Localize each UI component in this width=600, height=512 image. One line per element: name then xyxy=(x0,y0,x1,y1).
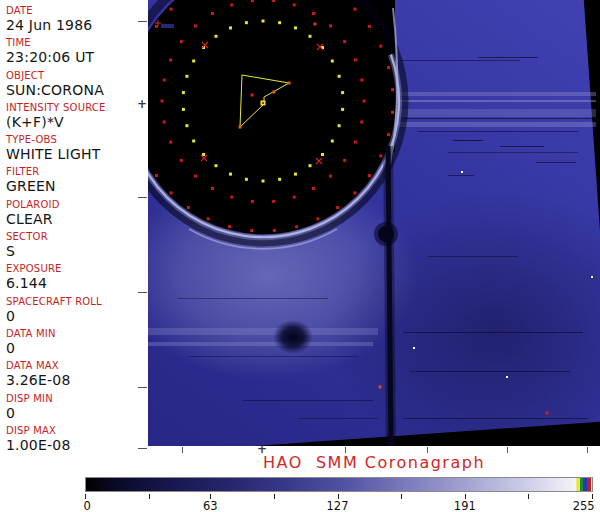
star xyxy=(413,347,415,349)
metadata-sidebar: DATE24 Jun 1986TIME23:20:06 UTOBJECTSUN:… xyxy=(6,4,146,456)
fiducial-circle-inner-dot xyxy=(194,24,197,27)
limb-circle-yellow-dot xyxy=(338,124,341,127)
metadata-value: GREEN xyxy=(6,178,146,195)
metadata-value: 0 xyxy=(6,340,146,357)
star xyxy=(506,376,508,378)
polygon-vertex-dot xyxy=(273,91,276,94)
colorbar-label: 255 xyxy=(573,499,595,512)
metadata-label: EXPOSURE xyxy=(6,262,146,275)
y-axis-tick xyxy=(138,387,147,388)
metadata-field: TYPE-OBSWHITE LIGHT xyxy=(6,133,146,165)
y-axis-tick xyxy=(138,292,147,293)
fiducial-circle-inner-dot xyxy=(329,175,332,178)
fiducial-circle-inner-dot xyxy=(251,0,254,2)
fiducial-circle-outer-dot xyxy=(353,8,356,11)
limb-circle-yellow-dot xyxy=(245,178,248,181)
fiducial-circle-inner-dot xyxy=(360,79,363,82)
streak xyxy=(478,57,538,58)
limb-circle-yellow-dot xyxy=(331,140,334,143)
streak xyxy=(403,332,583,333)
coronagraph-image[interactable] xyxy=(148,0,600,446)
limb-circle-yellow-dot xyxy=(202,153,205,156)
streak xyxy=(448,152,578,153)
metadata-value: 24 Jun 1986 xyxy=(6,17,146,34)
streak xyxy=(536,162,576,163)
metadata-value: 23:20:06 UT xyxy=(6,49,146,66)
limb-circle-yellow-dot xyxy=(192,140,195,143)
metadata-field: DATA MAX3.26E-08 xyxy=(6,359,146,391)
fiducial-circle-inner-dot xyxy=(180,159,183,162)
fiducial-circle-inner-dot xyxy=(194,175,197,178)
fiducial-circle-outer-dot xyxy=(379,154,382,157)
colorbar-tick xyxy=(528,494,529,499)
colorbar-tick xyxy=(149,494,150,499)
limb-circle-yellow-dot xyxy=(278,21,281,24)
streak xyxy=(298,418,378,419)
fiducial-circle-outer-dot xyxy=(295,225,298,228)
streak xyxy=(398,109,596,117)
streak xyxy=(188,356,358,357)
limb-circle-yellow-dot xyxy=(309,164,312,167)
fiducial-circle-inner-dot xyxy=(312,12,315,15)
metadata-field: EXPOSURE6.144 xyxy=(6,262,146,294)
fiducial-circle-inner-dot xyxy=(251,200,254,203)
metadata-value: (K+F)*V xyxy=(6,114,146,131)
fiducial-circle-outer-dot xyxy=(391,111,394,114)
fiducial-circle-outer-dot xyxy=(170,8,173,11)
metadata-label: POLAROID xyxy=(6,198,146,211)
streak xyxy=(243,400,373,401)
image-title: HAO SMM Coronagraph xyxy=(148,453,600,472)
fiducial-circle-inner-dot xyxy=(343,40,346,43)
streak xyxy=(453,140,483,141)
fiducial-circle-outer-dot xyxy=(368,174,371,177)
pylon-line xyxy=(388,146,391,446)
coronagraph-viewer: DATE24 Jun 1986TIME23:20:06 UTOBJECTSUN:… xyxy=(0,0,600,512)
fiducial-circle-outer-dot xyxy=(387,133,390,136)
colorbar-label: 127 xyxy=(327,499,349,512)
fiducial-circle-outer-dot xyxy=(228,225,231,228)
metadata-field: POLAROIDCLEAR xyxy=(6,198,146,230)
star xyxy=(461,171,463,173)
metadata-label: SECTOR xyxy=(6,230,146,243)
streak xyxy=(418,131,578,132)
fiducial-circle-outer-dot xyxy=(336,206,339,209)
fiducial-circle-inner-dot xyxy=(293,3,296,6)
limb-circle-yellow-dot xyxy=(245,21,248,24)
limb-circle-yellow-dot xyxy=(309,35,312,38)
limb-circle-yellow-dot xyxy=(341,91,344,94)
fiducial-circle-outer-dot xyxy=(155,174,158,177)
metadata-field: OBJECTSUN:CORONA xyxy=(6,69,146,101)
limb-circle-yellow-dot xyxy=(262,20,265,23)
metadata-value: 1.00E-08 xyxy=(6,437,146,454)
fiducial-dot xyxy=(546,412,549,415)
fiducial-circle-inner-dot xyxy=(211,187,214,190)
fiducial-circle-inner-dot xyxy=(363,100,366,103)
fiducial-circle-inner-dot xyxy=(360,121,363,124)
fiducial-circle-inner-dot xyxy=(343,159,346,162)
smudge-streak xyxy=(161,24,174,28)
metadata-value: S xyxy=(6,243,146,260)
limb-circle-yellow-dot xyxy=(278,178,281,181)
colorbar-label: 63 xyxy=(203,499,218,512)
metadata-field: TIME23:20:06 UT xyxy=(6,36,146,68)
metadata-field: INTENSITY SOURCE(K+F)*V xyxy=(6,101,146,133)
metadata-label: DATA MAX xyxy=(6,359,146,372)
limb-circle-yellow-dot xyxy=(294,26,297,29)
streak xyxy=(148,328,378,335)
fiducial-circle-outer-dot xyxy=(250,229,253,232)
fiducial-circle-outer-dot xyxy=(187,206,190,209)
fiducial-circle-inner-dot xyxy=(272,0,275,2)
metadata-field: SPACECRAFT ROLL0 xyxy=(6,295,146,327)
streak xyxy=(400,60,520,61)
fiducial-circle-inner-dot xyxy=(354,141,357,144)
metadata-value: 0 xyxy=(6,405,146,422)
fiducial-circle-inner-dot xyxy=(180,40,183,43)
polygon-vertex-dot xyxy=(239,126,242,129)
fiducial-circle-inner-dot xyxy=(161,100,164,103)
streak xyxy=(398,92,596,96)
metadata-label: DISP MAX xyxy=(6,424,146,437)
metadata-label: DISP MIN xyxy=(6,392,146,405)
limb-circle-yellow-dot xyxy=(182,108,185,111)
metadata-value: 6.144 xyxy=(6,275,146,292)
polygon-vertex-dot xyxy=(251,94,254,97)
